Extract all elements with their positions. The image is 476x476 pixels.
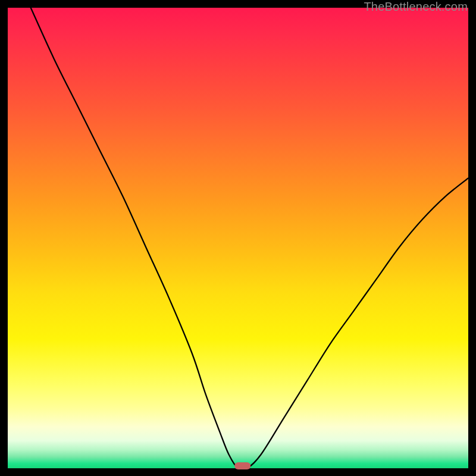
watermark-text: TheBottleneck.com [364, 0, 468, 14]
chart-svg [8, 8, 468, 468]
plot-area [8, 8, 468, 468]
flat-minimum-marker [234, 462, 250, 469]
chart-stage: TheBottleneck.com [0, 0, 476, 476]
bottleneck-curve [31, 8, 468, 470]
